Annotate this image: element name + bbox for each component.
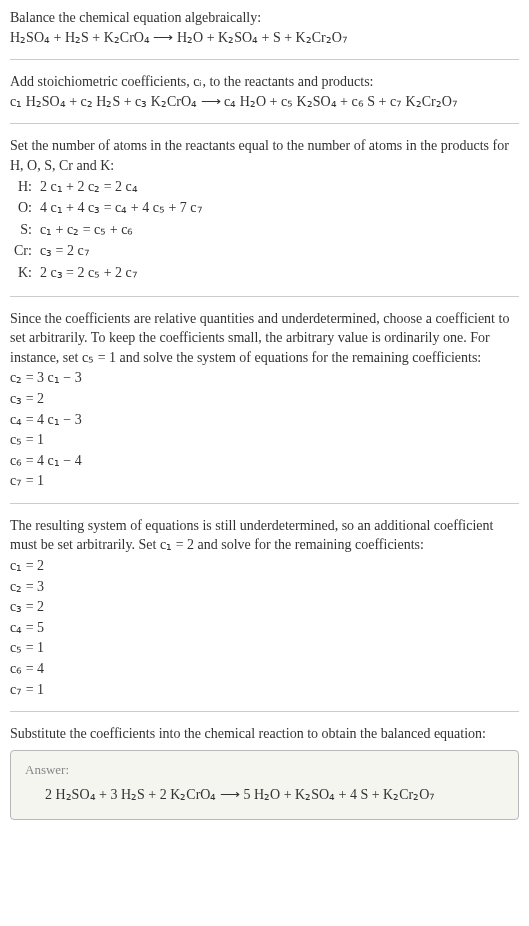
coefficient-value: c₆ = 4 — [10, 659, 519, 679]
coefficient-value: c₄ = 5 — [10, 618, 519, 638]
answer-box: Answer: 2 H₂SO₄ + 3 H₂S + 2 K₂CrO₄ ⟶ 5 H… — [10, 750, 519, 820]
element-equation: c₃ = 2 c₇ — [40, 240, 209, 262]
atom-balance-table: H: 2 c₁ + 2 c₂ = 2 c₄ O: 4 c₁ + 4 c₃ = c… — [14, 176, 209, 284]
step1-equation: c₁ H₂SO₄ + c₂ H₂S + c₃ K₂CrO₄ ⟶ c₄ H₂O +… — [10, 92, 519, 112]
intro-text: Balance the chemical equation algebraica… — [10, 8, 519, 28]
step1-section: Add stoichiometric coefficients, cᵢ, to … — [10, 72, 519, 111]
coefficient-equation: c₃ = 2 — [10, 389, 519, 409]
step5-section: Substitute the coefficients into the che… — [10, 724, 519, 819]
coefficient-equation: c₆ = 4 c₁ − 4 — [10, 451, 519, 471]
coefficient-value: c₂ = 3 — [10, 577, 519, 597]
element-label: H: — [14, 176, 40, 198]
step2-section: Set the number of atoms in the reactants… — [10, 136, 519, 283]
element-equation: 2 c₃ = 2 c₅ + 2 c₇ — [40, 262, 209, 284]
coefficient-equation: c₇ = 1 — [10, 471, 519, 491]
step4-text: The resulting system of equations is sti… — [10, 516, 519, 555]
answer-label: Answer: — [25, 761, 504, 779]
divider — [10, 711, 519, 712]
element-label: S: — [14, 219, 40, 241]
step1-text: Add stoichiometric coefficients, cᵢ, to … — [10, 72, 519, 92]
coefficient-value: c₃ = 2 — [10, 597, 519, 617]
coefficient-value: c₁ = 2 — [10, 556, 519, 576]
step3-section: Since the coefficients are relative quan… — [10, 309, 519, 491]
divider — [10, 296, 519, 297]
element-label: Cr: — [14, 240, 40, 262]
table-row: Cr: c₃ = 2 c₇ — [14, 240, 209, 262]
table-row: S: c₁ + c₂ = c₅ + c₆ — [14, 219, 209, 241]
intro-section: Balance the chemical equation algebraica… — [10, 8, 519, 47]
table-row: K: 2 c₃ = 2 c₅ + 2 c₇ — [14, 262, 209, 284]
coefficient-value: c₇ = 1 — [10, 680, 519, 700]
divider — [10, 503, 519, 504]
step4-section: The resulting system of equations is sti… — [10, 516, 519, 699]
step2-text: Set the number of atoms in the reactants… — [10, 136, 519, 175]
divider — [10, 59, 519, 60]
step3-text: Since the coefficients are relative quan… — [10, 309, 519, 368]
intro-equation: H₂SO₄ + H₂S + K₂CrO₄ ⟶ H₂O + K₂SO₄ + S +… — [10, 28, 519, 48]
element-label: O: — [14, 197, 40, 219]
coefficient-equation: c₄ = 4 c₁ − 3 — [10, 410, 519, 430]
element-label: K: — [14, 262, 40, 284]
step3-equations: c₂ = 3 c₁ − 3 c₃ = 2 c₄ = 4 c₁ − 3 c₅ = … — [10, 368, 519, 491]
element-equation: 2 c₁ + 2 c₂ = 2 c₄ — [40, 176, 209, 198]
table-row: O: 4 c₁ + 4 c₃ = c₄ + 4 c₅ + 7 c₇ — [14, 197, 209, 219]
answer-equation: 2 H₂SO₄ + 3 H₂S + 2 K₂CrO₄ ⟶ 5 H₂O + K₂S… — [25, 785, 504, 805]
step4-equations: c₁ = 2 c₂ = 3 c₃ = 2 c₄ = 5 c₅ = 1 c₆ = … — [10, 556, 519, 699]
element-equation: c₁ + c₂ = c₅ + c₆ — [40, 219, 209, 241]
element-equation: 4 c₁ + 4 c₃ = c₄ + 4 c₅ + 7 c₇ — [40, 197, 209, 219]
divider — [10, 123, 519, 124]
step5-text: Substitute the coefficients into the che… — [10, 724, 519, 744]
coefficient-equation: c₂ = 3 c₁ − 3 — [10, 368, 519, 388]
coefficient-equation: c₅ = 1 — [10, 430, 519, 450]
table-row: H: 2 c₁ + 2 c₂ = 2 c₄ — [14, 176, 209, 198]
coefficient-value: c₅ = 1 — [10, 638, 519, 658]
